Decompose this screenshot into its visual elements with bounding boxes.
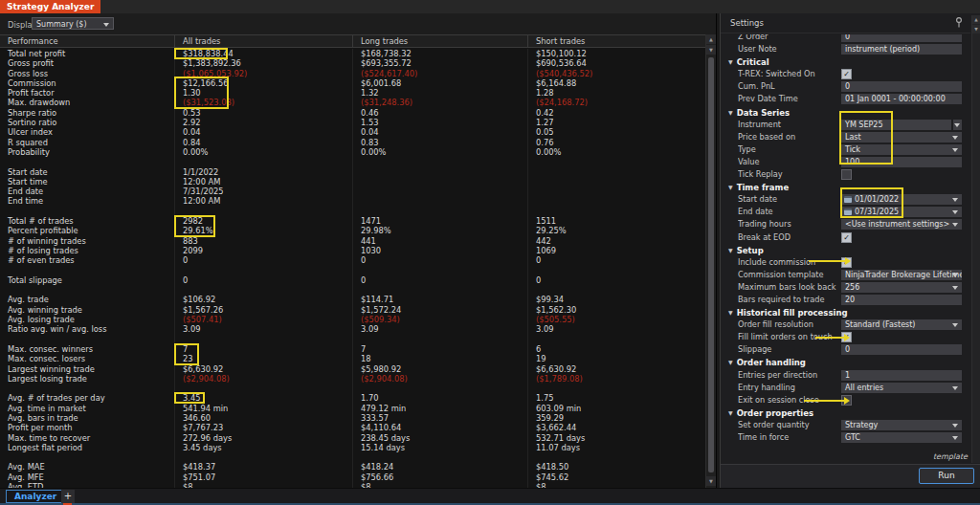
setting-row-z-order: Z Order0	[721, 34, 970, 43]
tab-analyzer[interactable]: Analyzer	[6, 490, 65, 503]
commission-template-dropdown[interactable]: NinjaTrader Brokerage Lifetime	[841, 270, 962, 280]
price-based-on-dropdown[interactable]: Last	[841, 132, 962, 143]
setting-control: Tick	[841, 144, 962, 155]
settings-section-setup[interactable]: ▼Setup	[721, 244, 970, 256]
pin-icon[interactable]	[955, 17, 963, 28]
section-collapse-icon[interactable]: ▼	[728, 244, 733, 256]
slippage-input[interactable]: 0	[841, 344, 962, 355]
time-in-force-dropdown[interactable]: GTC	[841, 432, 962, 443]
perf-value-all: $6,630.92	[174, 364, 352, 374]
perf-metric-label: Total net profit	[0, 49, 174, 58]
user-note-input[interactable]: instrument (period)	[841, 44, 962, 55]
type-dropdown[interactable]: Tick	[841, 144, 962, 155]
setting-row-cum-pnl: Cum. PnL0	[721, 80, 970, 93]
instrument-dropdown[interactable]: YM SEP25	[841, 120, 951, 130]
section-collapse-icon[interactable]: ▼	[728, 106, 733, 119]
order-fill-resolution-dropdown[interactable]: Standard (Fastest)	[841, 319, 962, 330]
maximum-bars-look-back-dropdown[interactable]: 256	[841, 282, 962, 293]
field-value: Strategy	[841, 421, 878, 429]
prev-date-time-input[interactable]: 01 Jan 0001 - 00:00:00:00	[841, 94, 962, 104]
scroll-up-icon[interactable]: ▲	[706, 34, 716, 44]
setting-row-value: Value100	[721, 156, 970, 168]
table-row-commission: Commission$12,166.56$6,001.68$6,164.88	[0, 78, 705, 88]
perf-value-long	[352, 335, 527, 344]
setting-label-trading-hours: Trading hours	[738, 218, 838, 231]
field-value: 0	[841, 82, 850, 91]
setting-control: 20	[841, 295, 962, 305]
perf-value-all: 12:00 AM	[174, 177, 352, 187]
setting-control: <Use instrument settings>	[841, 219, 962, 230]
column-header-performance[interactable]: Performance	[0, 35, 174, 47]
perf-value-all: ($2,904.08)	[174, 374, 352, 384]
section-collapse-icon[interactable]: ▼	[728, 306, 733, 318]
add-tab-button[interactable]: +	[61, 490, 75, 503]
table-row-gross-loss: Gross loss($1,065,053.92)($524,617.40)($…	[0, 69, 705, 78]
field-value: YM SEP25	[841, 121, 882, 129]
section-collapse-icon[interactable]: ▼	[728, 181, 733, 193]
perf-value-short: 1511	[527, 216, 705, 226]
column-header-all-trades[interactable]: All trades	[174, 35, 352, 47]
trading-hours-dropdown[interactable]: <Use instrument settings>	[841, 219, 962, 230]
break-at-eod-checkbox[interactable]: ✓	[841, 232, 852, 243]
exit-on-session-close-checkbox[interactable]	[841, 395, 852, 406]
section-collapse-icon[interactable]: ▼	[728, 406, 733, 419]
perf-metric-label	[0, 285, 174, 295]
entries-per-direction-input[interactable]: 1	[841, 370, 962, 381]
run-button[interactable]: Run	[919, 468, 974, 484]
window-title-tab[interactable]: Strategy Analyzer	[0, 0, 100, 13]
perf-value-short: 0.00%	[527, 147, 705, 157]
table-row-end-date: End date7/31/2025	[0, 187, 705, 196]
table-row-spacer	[0, 207, 705, 216]
display-select[interactable]: Summary ($)	[32, 17, 114, 30]
include-commission-checkbox[interactable]: ✓	[841, 257, 852, 268]
column-header-long-trades[interactable]: Long trades	[352, 35, 527, 47]
scroll-down-icon[interactable]: ▼	[706, 45, 716, 55]
table-scrollbar[interactable]: ▲ ▼ ▼	[705, 34, 716, 488]
fill-limit-orders-on-touch-checkbox[interactable]: ✓	[841, 332, 852, 342]
section-collapse-icon[interactable]: ▼	[728, 356, 733, 368]
set-order-quantity-dropdown[interactable]: Strategy	[841, 420, 962, 430]
settings-scrollbar[interactable]: ▲ ▼	[971, 15, 980, 463]
tick-replay-checkbox[interactable]	[841, 169, 852, 180]
scrollbar-thumb[interactable]	[708, 57, 714, 472]
table-row-avg-mae: Avg. MAE$418.37$418.24$418.50	[0, 462, 705, 472]
table-row-end-time: End time12:00 AM	[0, 196, 705, 206]
perf-value-all: $1,567.26	[174, 305, 352, 315]
settings-section-critical[interactable]: ▼Critical	[721, 55, 970, 68]
bars-required-to-trade-input[interactable]: 20	[841, 295, 962, 305]
perf-value-long: $756.66	[352, 472, 527, 482]
perf-value-long: $6,001.68	[352, 78, 527, 88]
value-input[interactable]: 100	[841, 157, 962, 167]
section-collapse-icon[interactable]: ▼	[728, 55, 733, 68]
start-date-dropdown[interactable]: 01/01/2022	[841, 194, 962, 205]
settings-section-time-frame[interactable]: ▼Time frame	[721, 181, 970, 193]
field-value: Tick	[841, 145, 860, 154]
table-row-sortino-ratio: Sortino ratio2.921.531.27	[0, 118, 705, 127]
t-rex-switched-on-checkbox[interactable]: ✓	[841, 69, 852, 79]
z-order-input[interactable]: 0	[841, 34, 962, 42]
perf-metric-label: Max. consec. winners	[0, 344, 174, 354]
settings-section-order-properties[interactable]: ▼Order properties	[721, 406, 970, 419]
settings-section-order-handling[interactable]: ▼Order handling	[721, 356, 970, 368]
entry-handling-dropdown[interactable]: All entries	[841, 383, 962, 393]
scroll-down-icon[interactable]: ▼	[706, 476, 716, 486]
table-row-largest-winning-trade: Largest winning trade$6,630.92$5,980.92$…	[0, 364, 705, 374]
perf-value-long	[352, 157, 527, 166]
instrument-dropdown-button[interactable]	[952, 120, 962, 130]
column-header-short-trades[interactable]: Short trades	[527, 35, 705, 47]
setting-row-prev-date-time: Prev Date Time01 Jan 0001 - 00:00:00:00	[721, 93, 970, 105]
scroll-down-icon[interactable]: ▼	[972, 25, 980, 33]
field-value: 256	[841, 283, 859, 292]
setting-row-start-date: Start date01/01/2022	[721, 193, 970, 206]
perf-value-all: 1/1/2022	[174, 167, 352, 177]
perf-value-short: $418.50	[527, 462, 705, 472]
scroll-up-icon[interactable]: ▲	[972, 15, 980, 24]
perf-value-long: 15.14 days	[352, 443, 527, 452]
end-date-dropdown[interactable]: 07/31/2025	[841, 207, 962, 217]
perf-value-all: 0	[174, 255, 352, 265]
perf-value-long: 0.04	[352, 127, 527, 137]
settings-section-data-series[interactable]: ▼Data Series	[721, 106, 970, 119]
cum-pnl-input[interactable]: 0	[841, 81, 962, 92]
template-link[interactable]: template	[933, 452, 968, 461]
settings-section-historical-fill-processing[interactable]: ▼Historical fill processing	[721, 306, 970, 318]
